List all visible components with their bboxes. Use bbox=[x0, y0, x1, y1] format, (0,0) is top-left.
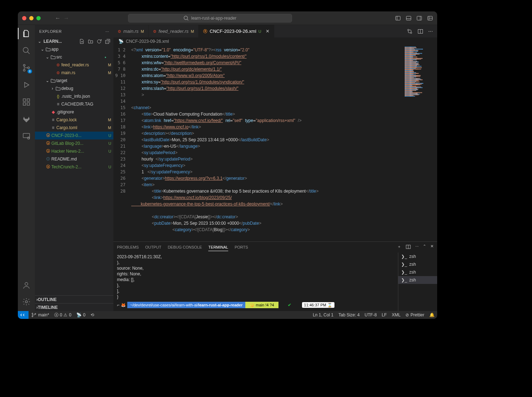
rust-icon: ⚙ bbox=[55, 63, 61, 67]
nav-forward-button[interactable]: → bbox=[63, 15, 69, 21]
status-encoding[interactable]: UTF-8 bbox=[362, 312, 379, 317]
file-item[interactable]: ⚙feed_reader.rsM bbox=[35, 61, 113, 69]
panel-actions: ＋ ··· ⌃ ✕ bbox=[397, 244, 434, 250]
refresh-icon[interactable] bbox=[96, 39, 102, 44]
terminal-list: ❯_zsh❯_zsh❯_zsh❯_zsh bbox=[398, 253, 437, 311]
minimize-window-button[interactable] bbox=[29, 16, 34, 20]
activity-run-debug[interactable] bbox=[21, 80, 31, 90]
status-branch[interactable]: main* bbox=[29, 312, 52, 318]
activity-gitlab[interactable] bbox=[21, 114, 31, 124]
editor-tab[interactable]: ⚙main.rsM bbox=[113, 25, 149, 37]
terminal-content[interactable]: 2023-09-26T16:21:30Z, ), source: None, r… bbox=[113, 253, 398, 311]
file-item[interactable]: ≡Cargo.tomlM bbox=[35, 124, 113, 132]
status-eol[interactable]: LF bbox=[379, 312, 389, 317]
remote-indicator[interactable] bbox=[18, 311, 29, 319]
activity-search[interactable] bbox=[21, 46, 31, 56]
folder-item[interactable]: ⌄src● bbox=[35, 53, 113, 61]
nav-back-button[interactable]: ← bbox=[55, 15, 61, 21]
close-tab-icon[interactable]: ✕ bbox=[266, 29, 270, 34]
activity-remote-explorer[interactable] bbox=[21, 131, 31, 141]
file-item[interactable]: ≡CACHEDIR.TAG bbox=[35, 100, 113, 108]
file-tree: ⌄app⌄src●⚙feed_reader.rsM⚙main.rsM⌄targe… bbox=[35, 45, 113, 295]
terminal-list-item[interactable]: ❯_zsh bbox=[398, 253, 437, 260]
file-item[interactable]: ⓘREADME.md bbox=[35, 155, 113, 163]
terminal-icon: ❯_ bbox=[401, 270, 407, 275]
file-item[interactable]: ⦿Hacker News-2...U bbox=[35, 147, 113, 155]
file-item[interactable]: ⦿GitLab Blog-20...U bbox=[35, 139, 113, 147]
panel-tab-ports[interactable]: PORTS bbox=[235, 244, 248, 251]
prompt-status-icon: ✔ bbox=[288, 302, 291, 308]
file-name: Cargo.lock bbox=[56, 117, 106, 122]
file-item[interactable]: ◆.gitignore bbox=[35, 108, 113, 116]
activity-source-control[interactable]: 8 bbox=[21, 63, 31, 73]
code-editor[interactable]: 1 2 3 4 5 6 7 8 9 10 11 12 13 14 15 16 1… bbox=[113, 45, 437, 241]
activity-explorer[interactable] bbox=[21, 29, 31, 39]
new-file-icon[interactable] bbox=[79, 39, 85, 44]
status-prettier[interactable]: ⊘ Prettier bbox=[403, 312, 427, 317]
status-notifications[interactable]: 🔔 bbox=[427, 312, 437, 317]
rss-icon: ⦿ bbox=[45, 149, 51, 154]
rss-icon: ⦿ bbox=[45, 133, 51, 138]
rust-icon: ⚙ bbox=[118, 29, 121, 34]
panel-tab-output[interactable]: OUTPUT bbox=[145, 244, 161, 251]
more-actions-icon[interactable]: ··· bbox=[106, 29, 109, 34]
command-center-search[interactable]: learn-rust-ai-app-reader bbox=[128, 14, 292, 22]
workspace-header[interactable]: ⌄ LEARN... bbox=[35, 37, 113, 45]
file-name: target bbox=[56, 78, 106, 83]
layout-panel-icon[interactable] bbox=[406, 15, 411, 21]
activity-extensions[interactable] bbox=[21, 97, 31, 107]
maximize-window-button[interactable] bbox=[36, 16, 41, 20]
svg-point-7 bbox=[24, 70, 25, 71]
chevron-icon: › bbox=[50, 86, 55, 91]
status-language[interactable]: XML bbox=[389, 312, 403, 317]
file-item[interactable]: ⦿TechCrunch-2...U bbox=[35, 163, 113, 171]
code-content[interactable]: <?xml version="1.0" encoding="UTF-8"?><r… bbox=[131, 45, 403, 241]
file-item[interactable]: ⚙main.rsM bbox=[35, 69, 113, 77]
customize-layout-icon[interactable] bbox=[427, 15, 433, 21]
editor-tab[interactable]: ⦿CNCF-2023-09-26.xmlU✕ bbox=[199, 25, 274, 37]
editor-tab[interactable]: ⚙feed_reader.rsM bbox=[149, 25, 199, 37]
layout-sidebar-left-icon[interactable] bbox=[395, 15, 401, 21]
activity-accounts[interactable] bbox=[21, 280, 31, 290]
status-problems[interactable]: ⓧ0 ⚠0 bbox=[52, 312, 74, 318]
file-item[interactable]: {}.rustc_info.json bbox=[35, 92, 113, 100]
file-item[interactable]: ≡Cargo.lockM bbox=[35, 116, 113, 124]
breadcrumb[interactable]: 📡 CNCF-2023-09-26.xml bbox=[113, 37, 437, 45]
folder-item[interactable]: ⌄target bbox=[35, 77, 113, 85]
more-actions-icon[interactable]: ··· bbox=[428, 28, 433, 35]
status-ports[interactable]: 📡0 bbox=[74, 312, 88, 317]
git-status: U bbox=[106, 141, 111, 146]
panel-tab-problems[interactable]: PROBLEMS bbox=[117, 244, 139, 251]
panel-tab-debug-console[interactable]: DEBUG CONSOLE bbox=[168, 244, 202, 251]
collapse-all-icon[interactable] bbox=[105, 39, 111, 44]
outline-section[interactable]: › OUTLINE bbox=[35, 295, 113, 303]
timeline-section[interactable]: › TIMELINE bbox=[35, 303, 113, 311]
chevron-icon: ⌄ bbox=[45, 55, 50, 60]
folder-item[interactable]: ›debug bbox=[35, 85, 113, 92]
panel-tab-terminal[interactable]: TERMINAL bbox=[208, 244, 228, 251]
status-cursor[interactable]: Ln 1, Col 1 bbox=[310, 312, 336, 317]
close-panel-icon[interactable]: ✕ bbox=[430, 244, 434, 250]
git-status: M bbox=[106, 118, 111, 122]
folder-item[interactable]: ⌄app bbox=[35, 45, 113, 53]
git-status: M bbox=[106, 63, 111, 67]
tabs-actions: ··· bbox=[403, 25, 437, 37]
new-terminal-icon[interactable]: ＋ bbox=[397, 244, 401, 250]
split-editor-icon[interactable] bbox=[418, 29, 423, 34]
more-actions-icon[interactable]: ··· bbox=[415, 244, 419, 250]
activity-settings[interactable] bbox=[21, 297, 31, 307]
status-tab-size[interactable]: Tab Size: 4 bbox=[336, 312, 362, 317]
compare-changes-icon[interactable] bbox=[407, 29, 413, 34]
terminal-split-icon[interactable] bbox=[405, 244, 411, 250]
terminal-list-item[interactable]: ❯_zsh bbox=[398, 260, 437, 268]
new-folder-icon[interactable] bbox=[88, 39, 93, 44]
maximize-panel-icon[interactable]: ⌃ bbox=[423, 244, 426, 250]
minimap[interactable]: ████████████████████████████████████████… bbox=[403, 45, 437, 241]
file-item[interactable]: ⦿CNCF-2023-0...U bbox=[35, 132, 113, 139]
terminal-list-item[interactable]: ❯_zsh bbox=[398, 276, 437, 284]
md-icon: ⓘ bbox=[45, 157, 51, 162]
terminal-list-item[interactable]: ❯_zsh bbox=[398, 268, 437, 276]
status-live-share[interactable]: ⟲ bbox=[88, 312, 97, 317]
close-window-button[interactable] bbox=[22, 16, 26, 20]
layout-sidebar-right-icon[interactable] bbox=[416, 15, 422, 21]
